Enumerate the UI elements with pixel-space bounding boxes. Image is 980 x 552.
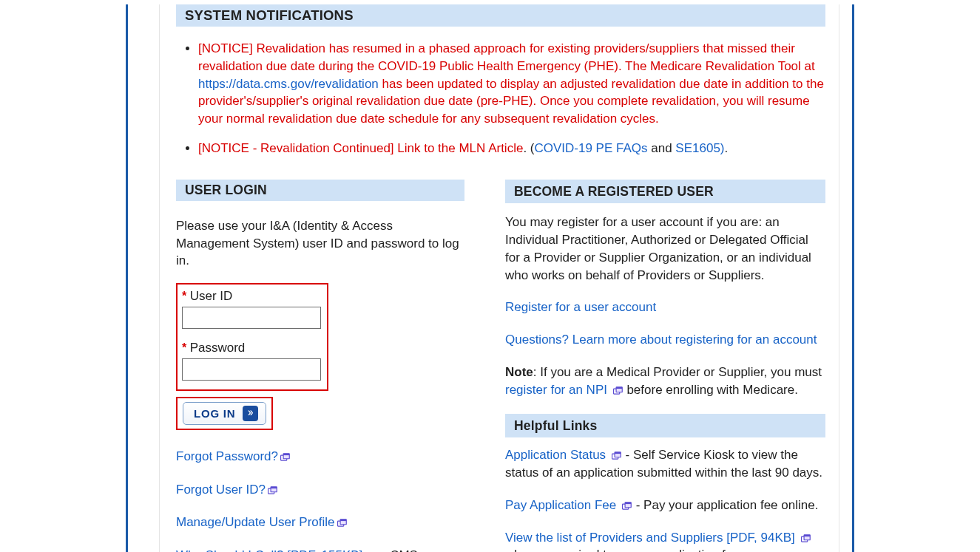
- login-intro-text: Please use your I&A (Identity & Access M…: [176, 217, 464, 270]
- external-link-icon: [612, 452, 622, 460]
- note-label: Note: [505, 365, 533, 379]
- notice-text: [NOTICE] Revalidation has resumed in a p…: [198, 41, 815, 73]
- become-registered-user-header: BECOME A REGISTERED USER: [505, 180, 825, 204]
- pay-application-fee-desc: - Pay your application fee online.: [632, 498, 818, 512]
- revalidation-tool-link[interactable]: https://data.cms.gov/revalidation: [198, 77, 379, 91]
- user-login-header: USER LOGIN: [176, 180, 464, 201]
- password-label: Password: [190, 341, 246, 355]
- svg-rect-17: [615, 452, 621, 454]
- se1605-link[interactable]: SE1605: [675, 141, 720, 155]
- login-button-highlight: LOG IN: [176, 397, 273, 430]
- user-id-input[interactable]: [182, 307, 321, 329]
- svg-rect-20: [625, 502, 631, 504]
- register-intro-text: You may register for a user account if y…: [505, 214, 825, 284]
- required-asterisk: *: [182, 341, 186, 354]
- external-link-icon: [801, 534, 811, 543]
- required-asterisk: *: [182, 290, 186, 302]
- user-id-label: User ID: [190, 289, 233, 303]
- covid-faqs-link[interactable]: COVID-19 PE FAQs: [534, 141, 647, 155]
- external-link-icon: [613, 386, 624, 395]
- learn-more-registering-link[interactable]: Questions? Learn more about registering …: [505, 333, 817, 347]
- notice-text: [NOTICE - Revalidation Continued] Link t…: [198, 141, 523, 155]
- svg-rect-14: [616, 387, 622, 389]
- password-input[interactable]: [182, 358, 321, 381]
- note-text: : If you are a Medical Provider or Suppl…: [533, 365, 822, 379]
- view-providers-list-desc: who are required to pay an application f…: [505, 548, 740, 552]
- who-should-i-call-link[interactable]: Who Should I Call? [PDF, 155KB]: [176, 548, 362, 552]
- external-link-icon: [268, 486, 278, 495]
- page-border-right: [852, 4, 854, 552]
- external-link-icon: [280, 453, 291, 462]
- svg-rect-5: [271, 487, 277, 488]
- notice-text: . (: [523, 141, 534, 155]
- page-border-left: [126, 4, 128, 552]
- forgot-user-id-link[interactable]: Forgot User ID?: [176, 483, 266, 497]
- notices-list: [NOTICE] Revalidation has resumed in a p…: [176, 40, 825, 157]
- system-notifications-header: SYSTEM NOTIFICATIONS: [176, 4, 825, 27]
- view-providers-list-link[interactable]: View the list of Providers and Suppliers…: [505, 531, 795, 545]
- notice-period: .: [725, 141, 729, 155]
- register-npi-link[interactable]: register for an NPI: [505, 383, 607, 397]
- forgot-password-link[interactable]: Forgot Password?: [176, 449, 278, 463]
- external-link-icon: [622, 502, 632, 511]
- notice-item: [NOTICE - Revalidation Continued] Link t…: [198, 140, 825, 157]
- application-status-link[interactable]: Application Status: [505, 448, 606, 462]
- pay-application-fee-link[interactable]: Pay Application Fee: [505, 498, 616, 512]
- notice-item: [NOTICE] Revalidation has resumed in a p…: [198, 40, 825, 128]
- helpful-links-header: Helpful Links: [505, 414, 825, 438]
- svg-rect-8: [340, 519, 346, 521]
- svg-rect-2: [283, 454, 289, 455]
- svg-rect-23: [804, 534, 810, 536]
- login-button[interactable]: LOG IN: [183, 402, 266, 425]
- register-account-link[interactable]: Register for a user account: [505, 300, 656, 314]
- login-form-highlight: * User ID * Password: [176, 283, 328, 391]
- note-suffix: before enrolling with Medicare.: [624, 383, 798, 397]
- manage-profile-link[interactable]: Manage/Update User Profile: [176, 515, 335, 529]
- login-button-label: LOG IN: [194, 407, 235, 420]
- chevron-right-icon: [243, 406, 258, 421]
- external-link-icon: [337, 519, 348, 528]
- notice-text: and: [648, 141, 676, 155]
